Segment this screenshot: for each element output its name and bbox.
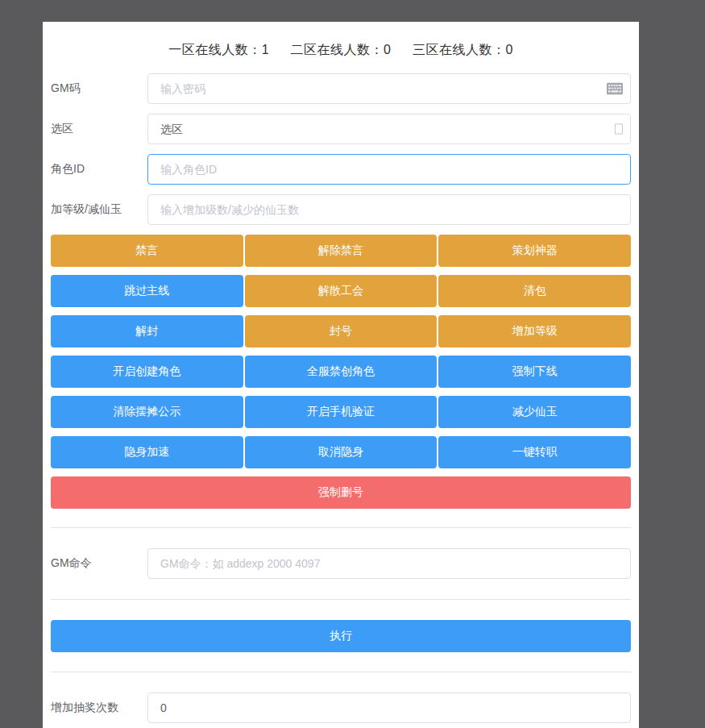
zone3-online-count: 三区在线人数：0	[413, 43, 513, 56]
gm-command-row: GM命令	[51, 548, 631, 579]
divider	[51, 672, 631, 672]
gm-action-button[interactable]: 取消隐身	[245, 436, 438, 468]
divider	[51, 527, 631, 528]
zone2-online-count: 二区在线人数：0	[291, 43, 392, 56]
gm-action-button[interactable]: 清除摆摊公示	[51, 396, 243, 428]
gm-code-row: GM码	[51, 73, 631, 104]
lottery-count-input[interactable]	[147, 693, 631, 723]
gm-command-label: GM命令	[51, 556, 147, 571]
gm-action-button[interactable]: 减少仙玉	[438, 396, 631, 428]
role-id-label: 角色ID	[51, 162, 147, 177]
gm-action-button[interactable]: 全服禁创角色	[245, 356, 438, 388]
zone-select[interactable]: 选区	[147, 114, 631, 144]
gm-action-button[interactable]: 跳过主线	[51, 275, 243, 307]
gm-action-button[interactable]: 解散工会	[245, 275, 438, 307]
zone-select-label: 选区	[51, 122, 147, 136]
lottery-count-row: 增加抽奖次数	[51, 693, 631, 723]
divider	[51, 599, 631, 600]
gm-action-button[interactable]: 强制下线	[438, 356, 631, 388]
gm-action-button[interactable]: 开启手机验证	[245, 396, 438, 428]
gm-action-button[interactable]: 清包	[438, 275, 631, 307]
execute-button[interactable]: 执行	[51, 620, 631, 652]
zone1-online-count: 一区在线人数：1	[168, 43, 269, 56]
level-jade-row: 加等级/减仙玉	[51, 194, 631, 225]
lottery-count-label: 增加抽奖次数	[51, 701, 147, 715]
gm-action-button[interactable]: 开启创建角色	[51, 356, 243, 388]
gm-action-button[interactable]: 封号	[245, 315, 438, 347]
gm-action-button[interactable]: 增加等级	[438, 315, 631, 347]
gm-admin-panel: 一区在线人数：1 二区在线人数：0 三区在线人数：0 GM码	[43, 22, 639, 728]
zone-select-row: 选区 选区	[51, 114, 631, 144]
gm-action-button[interactable]: 一键转职	[438, 436, 631, 468]
role-id-input[interactable]	[147, 154, 631, 185]
gm-button-grid: 禁言解除禁言策划神器跳过主线解散工会清包解封封号增加等级开启创建角色全服禁创角色…	[51, 235, 631, 468]
gm-action-button[interactable]: 解除禁言	[245, 235, 438, 267]
online-status-bar: 一区在线人数：1 二区在线人数：0 三区在线人数：0	[51, 22, 631, 73]
force-delete-button[interactable]: 强制删号	[51, 476, 631, 509]
gm-action-button[interactable]: 禁言	[51, 235, 243, 267]
gm-action-button[interactable]: 解封	[51, 315, 243, 347]
level-jade-label: 加等级/减仙玉	[51, 202, 147, 217]
gm-action-button[interactable]: 隐身加速	[51, 436, 243, 468]
gm-action-button[interactable]: 策划神器	[438, 235, 631, 267]
gm-command-input[interactable]	[147, 548, 631, 579]
level-jade-input[interactable]	[147, 194, 631, 225]
role-id-row: 角色ID	[51, 154, 631, 185]
gm-code-label: GM码	[51, 81, 147, 96]
gm-code-input[interactable]	[147, 73, 631, 104]
